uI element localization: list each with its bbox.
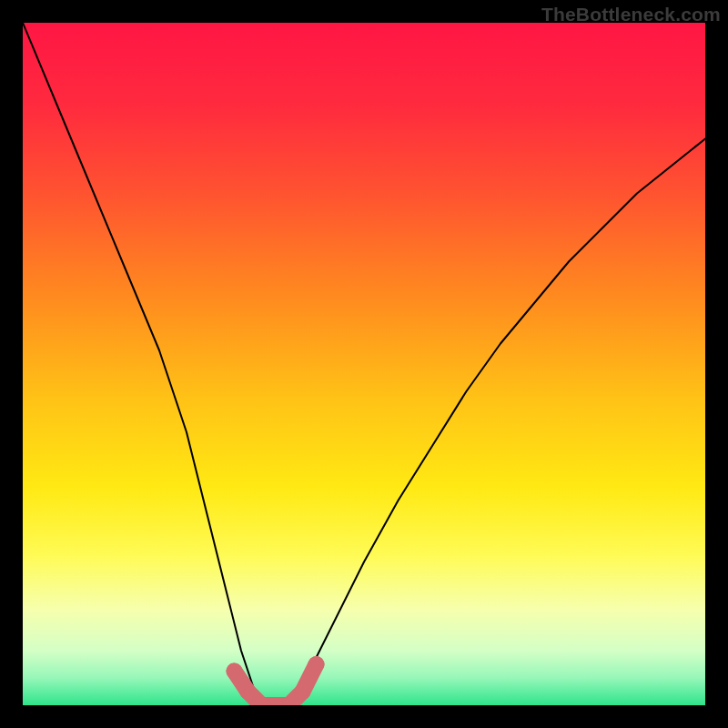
- plot-area: [23, 23, 705, 705]
- watermark-text: TheBottleneck.com: [541, 4, 721, 25]
- bottleneck-chart: [23, 23, 705, 705]
- ideal-range-dot: [295, 683, 311, 700]
- ideal-range-dot: [240, 683, 257, 700]
- ideal-range-dot: [308, 656, 325, 672]
- ideal-range-dot: [227, 663, 243, 680]
- gradient-background: [23, 23, 705, 705]
- chart-frame: TheBottleneck.com: [0, 0, 728, 728]
